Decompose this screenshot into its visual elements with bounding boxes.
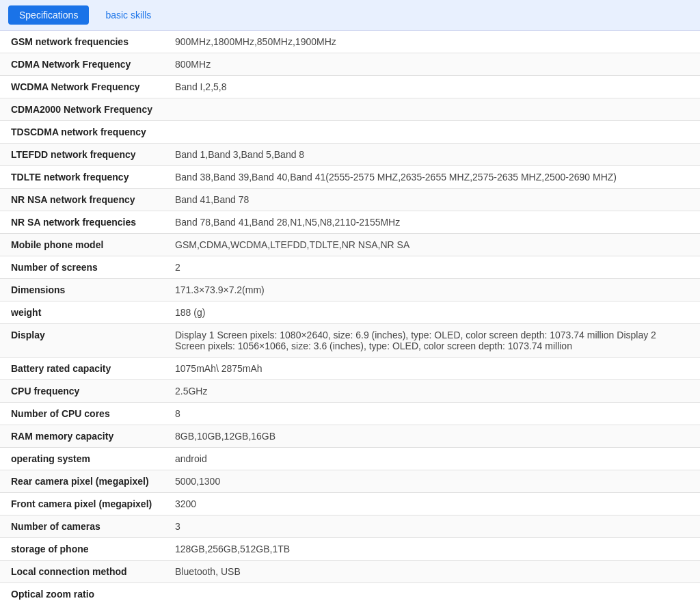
spec-label: weight <box>0 302 164 324</box>
spec-value: 800MHz <box>164 53 700 76</box>
spec-value: 8 <box>164 403 700 425</box>
spec-value: 188 (g) <box>164 302 700 324</box>
table-row: Front camera pixel (megapixel)3200 <box>0 493 700 515</box>
spec-label: CPU frequency <box>0 380 164 403</box>
spec-value: Band 78,Band 41,Band 28,N1,N5,N8,2110-21… <box>164 211 700 234</box>
spec-label: CDMA2000 Network Frequency <box>0 98 164 121</box>
spec-label: LTEFDD network frequency <box>0 144 164 166</box>
spec-label: Optical zoom ratio <box>0 583 164 604</box>
table-row: Number of CPU cores8 <box>0 403 700 425</box>
table-row: Number of cameras3 <box>0 515 700 538</box>
spec-label: Battery rated capacity <box>0 358 164 380</box>
tab-specifications[interactable]: Specifications <box>8 5 89 25</box>
table-row: Number of screens2 <box>0 256 700 279</box>
spec-value: Band 41,Band 78 <box>164 189 700 211</box>
spec-value <box>164 583 700 604</box>
spec-label: TDLTE network frequency <box>0 166 164 189</box>
table-row: TDSCDMA network frequency <box>0 121 700 144</box>
spec-value: 5000,1300 <box>164 470 700 493</box>
spec-value: 8GB,10GB,12GB,16GB <box>164 425 700 448</box>
specifications-table: GSM network frequencies900MHz,1800MHz,85… <box>0 31 700 603</box>
spec-label: RAM memory capacity <box>0 425 164 448</box>
table-row: GSM network frequencies900MHz,1800MHz,85… <box>0 31 700 53</box>
table-row: Dimensions171.3×73.9×7.2(mm) <box>0 279 700 302</box>
spec-label: storage of phone <box>0 538 164 561</box>
table-row: Rear camera pixel (megapixel)5000,1300 <box>0 470 700 493</box>
spec-label: Dimensions <box>0 279 164 302</box>
spec-value <box>164 98 700 121</box>
spec-label: Mobile phone model <box>0 234 164 256</box>
table-row: Battery rated capacity1075mAh\ 2875mAh <box>0 358 700 380</box>
spec-label: WCDMA Network Frequency <box>0 76 164 98</box>
spec-value: Band I,2,5,8 <box>164 76 700 98</box>
spec-value: 3 <box>164 515 700 538</box>
table-row: Mobile phone modelGSM,CDMA,WCDMA,LTEFDD,… <box>0 234 700 256</box>
table-row: CDMA2000 Network Frequency <box>0 98 700 121</box>
spec-label: NR SA network frequencies <box>0 211 164 234</box>
spec-label: Number of screens <box>0 256 164 279</box>
spec-label: Number of cameras <box>0 515 164 538</box>
spec-value: Display 1 Screen pixels: 1080×2640, size… <box>164 324 700 358</box>
spec-value: android <box>164 448 700 470</box>
spec-value: 2.5GHz <box>164 380 700 403</box>
spec-label: Front camera pixel (megapixel) <box>0 493 164 515</box>
table-row: CPU frequency2.5GHz <box>0 380 700 403</box>
table-row: Local connection methodBluetooth, USB <box>0 561 700 583</box>
table-row: Optical zoom ratio <box>0 583 700 604</box>
table-row: operating systemandroid <box>0 448 700 470</box>
spec-value: Band 1,Band 3,Band 5,Band 8 <box>164 144 700 166</box>
spec-value <box>164 121 700 144</box>
spec-value: 1075mAh\ 2875mAh <box>164 358 700 380</box>
spec-value: 171.3×73.9×7.2(mm) <box>164 279 700 302</box>
table-row: DisplayDisplay 1 Screen pixels: 1080×264… <box>0 324 700 358</box>
table-row: TDLTE network frequencyBand 38,Band 39,B… <box>0 166 700 189</box>
spec-value: 2 <box>164 256 700 279</box>
spec-label: Rear camera pixel (megapixel) <box>0 470 164 493</box>
spec-label: CDMA Network Frequency <box>0 53 164 76</box>
spec-label: Local connection method <box>0 561 164 583</box>
spec-value: Band 38,Band 39,Band 40,Band 41(2555-257… <box>164 166 700 189</box>
table-row: CDMA Network Frequency800MHz <box>0 53 700 76</box>
table-row: weight188 (g) <box>0 302 700 324</box>
spec-value: 900MHz,1800MHz,850MHz,1900MHz <box>164 31 700 53</box>
spec-value: GSM,CDMA,WCDMA,LTEFDD,TDLTE,NR NSA,NR SA <box>164 234 700 256</box>
tab-basic-skills[interactable]: basic skills <box>94 5 162 25</box>
spec-label: Number of CPU cores <box>0 403 164 425</box>
table-row: NR NSA network frequencyBand 41,Band 78 <box>0 189 700 211</box>
spec-value: 3200 <box>164 493 700 515</box>
spec-label: NR NSA network frequency <box>0 189 164 211</box>
table-row: WCDMA Network FrequencyBand I,2,5,8 <box>0 76 700 98</box>
spec-label: Display <box>0 324 164 358</box>
spec-label: GSM network frequencies <box>0 31 164 53</box>
table-row: storage of phone128GB,256GB,512GB,1TB <box>0 538 700 561</box>
spec-label: TDSCDMA network frequency <box>0 121 164 144</box>
spec-value: Bluetooth, USB <box>164 561 700 583</box>
spec-value: 128GB,256GB,512GB,1TB <box>164 538 700 561</box>
table-row: LTEFDD network frequencyBand 1,Band 3,Ba… <box>0 144 700 166</box>
header-tabs: Specifications basic skills <box>0 0 700 31</box>
table-row: NR SA network frequenciesBand 78,Band 41… <box>0 211 700 234</box>
spec-label: operating system <box>0 448 164 470</box>
table-row: RAM memory capacity8GB,10GB,12GB,16GB <box>0 425 700 448</box>
